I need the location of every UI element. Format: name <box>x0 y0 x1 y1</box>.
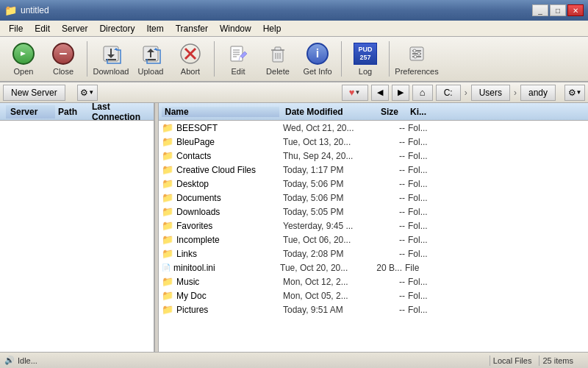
minimize-button[interactable]: _ <box>532 4 548 16</box>
folder-icon: 📁 <box>162 290 173 301</box>
file-kind: Fol... <box>408 165 428 175</box>
file-date: Today, 5:05 PM <box>283 207 379 217</box>
breadcrumb-c[interactable]: C: <box>436 85 461 101</box>
file-date: Tue, Oct 06, 20... <box>283 235 379 245</box>
menu-item[interactable]: Item <box>140 22 169 35</box>
menu-window[interactable]: Window <box>214 22 257 35</box>
folder-icon: 📁 <box>162 206 173 217</box>
file-list[interactable]: 📁BEESOFTWed, Oct 21, 20...--Fol...📁BleuP… <box>159 121 588 352</box>
file-row[interactable]: 📁ContactsThu, Sep 24, 20...--Fol... <box>159 149 588 163</box>
abort-button[interactable]: Abort <box>171 39 209 79</box>
log-button[interactable]: PUD257 Log <box>346 39 384 79</box>
left-gear-arrow: ▼ <box>88 89 94 96</box>
file-size: -- <box>379 165 408 175</box>
file-name: BEESOFT <box>176 123 283 133</box>
new-server-button[interactable]: New Server <box>3 85 65 101</box>
status-idle-text: Idle... <box>18 356 37 365</box>
file-date: Today, 5:06 PM <box>283 193 379 203</box>
left-gear-icon: ⚙ <box>80 88 88 98</box>
file-size: -- <box>379 249 408 259</box>
file-row[interactable]: 📁LinksToday, 2:08 PM--Fol... <box>159 247 588 261</box>
favorites-button[interactable]: ♥ ▼ <box>342 85 368 101</box>
file-row[interactable]: 📁MusicMon, Oct 12, 2...--Fol... <box>159 275 588 289</box>
menu-edit[interactable]: Edit <box>29 22 56 35</box>
file-row[interactable]: 📁DesktopToday, 5:06 PM--Fol... <box>159 177 588 191</box>
preferences-button[interactable]: Preferences <box>394 39 440 79</box>
server-column-header: Server <box>6 105 55 118</box>
file-name: Documents <box>176 193 283 203</box>
file-date: Tue, Oct 13, 20... <box>283 137 379 147</box>
forward-button[interactable]: ▶ <box>392 85 409 101</box>
getinfo-button[interactable]: i Get Info <box>298 39 337 79</box>
folder-icon: 📁 <box>162 122 173 133</box>
breadcrumb-andy[interactable]: andy <box>520 85 556 101</box>
file-row[interactable]: 📁DocumentsToday, 5:06 PM--Fol... <box>159 191 588 205</box>
svg-point-33 <box>414 55 417 58</box>
ki-column-header: Ki... <box>407 107 575 117</box>
right-panel: Name Date Modified Size Ki... 📁BEESOFTWe… <box>159 103 588 352</box>
file-row[interactable]: 📁My DocMon, Oct 05, 2...--Fol... <box>159 289 588 302</box>
preferences-label: Preferences <box>395 67 438 76</box>
file-row[interactable]: 📁BleuPageTue, Oct 13, 20...--Fol... <box>159 135 588 149</box>
menu-bar: File Edit Server Directory Item Transfer… <box>0 21 588 37</box>
download-icon <box>100 43 122 65</box>
svg-point-32 <box>417 52 420 55</box>
file-date: Today, 2:08 PM <box>283 249 379 259</box>
file-size: -- <box>379 137 408 147</box>
back-button[interactable]: ◀ <box>371 85 389 101</box>
download-label: Download <box>93 67 129 76</box>
close-button[interactable]: ✕ <box>567 4 584 16</box>
file-row[interactable]: 📁PicturesToday, 9:51 AM--Fol... <box>159 302 588 316</box>
menu-directory[interactable]: Directory <box>93 22 140 35</box>
file-date: Yesterday, 9:45 ... <box>283 221 379 231</box>
file-size: -- <box>379 305 408 315</box>
file-name: Desktop <box>176 179 283 189</box>
left-panel-content <box>0 121 154 352</box>
menu-transfer[interactable]: Transfer <box>170 22 214 35</box>
file-row[interactable]: 📁FavoritesYesterday, 9:45 ...--Fol... <box>159 219 588 233</box>
open-icon <box>12 43 35 65</box>
menu-help[interactable]: Help <box>257 22 287 35</box>
file-row[interactable]: 📁Creative Cloud FilesToday, 1:17 PM--Fol… <box>159 163 588 177</box>
upload-button[interactable]: Upload <box>132 39 170 79</box>
file-size: -- <box>379 151 408 161</box>
edit-button[interactable]: Edit <box>219 39 257 79</box>
open-button[interactable]: Open <box>4 39 43 79</box>
download-button[interactable]: Download <box>92 39 130 79</box>
file-name: Music <box>176 277 283 287</box>
status-divider <box>490 355 490 366</box>
last-connection-column-header: Last Connection <box>92 102 148 122</box>
file-date: Wed, Oct 21, 20... <box>283 123 379 133</box>
folder-icon: 📁 <box>162 220 173 231</box>
upload-icon <box>140 43 162 65</box>
file-size: -- <box>379 123 408 133</box>
file-name: Pictures <box>176 305 283 315</box>
file-size: -- <box>379 277 408 287</box>
right-gear-button[interactable]: ⚙ ▼ <box>564 85 585 101</box>
close-label: Close <box>53 67 74 76</box>
log-icon: PUD257 <box>354 43 377 65</box>
right-panel-header: Name Date Modified Size Ki... <box>159 103 588 121</box>
file-size: -- <box>379 179 408 189</box>
breadcrumb-users[interactable]: Users <box>471 85 510 101</box>
delete-icon <box>267 43 289 65</box>
file-row[interactable]: 📁BEESOFTWed, Oct 21, 20...--Fol... <box>159 121 588 135</box>
home-button[interactable]: ⌂ <box>412 85 433 101</box>
close-button[interactable]: Close <box>44 39 82 79</box>
toolbar: Open Close Download <box>0 37 588 82</box>
breadcrumb-sep-1: › <box>464 88 468 98</box>
maximize-button[interactable]: □ <box>550 4 566 16</box>
file-name: minitool.ini <box>173 263 280 273</box>
menu-server[interactable]: Server <box>56 22 93 35</box>
toolbar-separator-1 <box>87 41 87 77</box>
main-content: Server Path Last Connection Name Date Mo… <box>0 103 588 352</box>
left-gear-button[interactable]: ⚙ ▼ <box>77 85 98 101</box>
left-panel: Server Path Last Connection <box>0 103 154 352</box>
file-row[interactable]: 📁IncompleteTue, Oct 06, 20...--Fol... <box>159 233 588 247</box>
heart-icon: ♥ <box>349 87 355 98</box>
right-gear-arrow: ▼ <box>576 89 582 96</box>
file-row[interactable]: 📁DownloadsToday, 5:05 PM--Fol... <box>159 205 588 219</box>
file-row[interactable]: 📄minitool.iniTue, Oct 20, 20...20 B...Fi… <box>159 261 588 275</box>
menu-file[interactable]: File <box>3 22 29 35</box>
delete-button[interactable]: Delete <box>259 39 297 79</box>
